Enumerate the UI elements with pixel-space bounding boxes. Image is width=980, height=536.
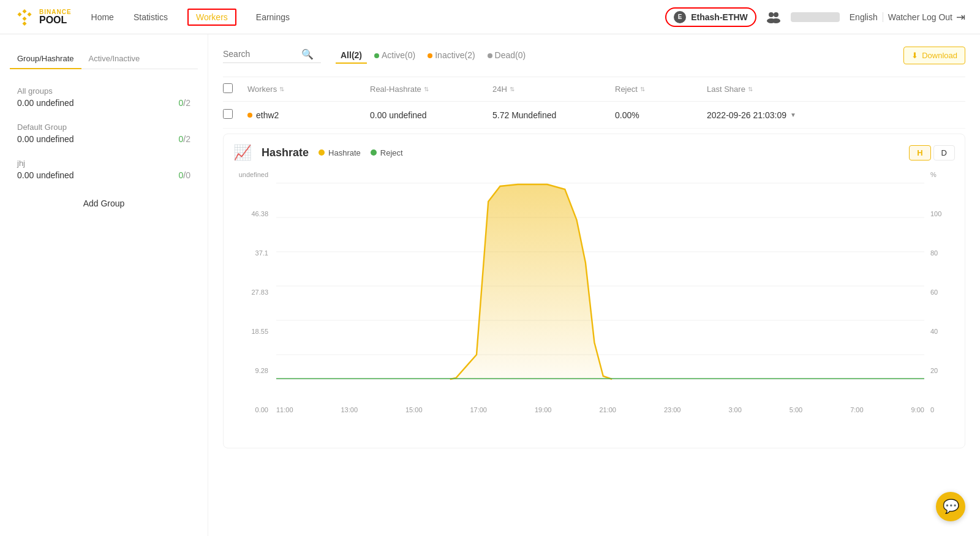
y-right-20: 20 xyxy=(930,367,955,374)
legend-hashrate-label: Hashrate xyxy=(328,148,361,157)
legend-hashrate: Hashrate xyxy=(318,148,361,157)
active-dot xyxy=(374,53,379,58)
filter-tab-all[interactable]: All(2) xyxy=(336,48,367,64)
sidebar-group-all-hashrate: 0.00 undefined xyxy=(17,98,74,108)
nav-earnings[interactable]: Earnings xyxy=(256,12,290,22)
main-nav: Home Statistics Workers Earnings xyxy=(91,9,290,26)
nav-home[interactable]: Home xyxy=(91,12,114,22)
worker-status-dot xyxy=(247,113,252,118)
sidebar-tab-active-inactive[interactable]: Active/Inactive xyxy=(81,49,148,69)
sidebar-group-all[interactable]: All groups 0.00 undefined 0/2 xyxy=(10,79,198,115)
download-button[interactable]: ⬇ Download xyxy=(903,47,965,64)
reject-cell: 0.00% xyxy=(615,110,707,120)
download-icon: ⬇ xyxy=(911,51,918,60)
x-label-21: 21:00 xyxy=(599,406,616,413)
x-label-13: 13:00 xyxy=(341,406,358,413)
last-share-chevron-icon[interactable]: ▼ xyxy=(790,111,796,118)
hashrate-area xyxy=(276,184,924,379)
workers-sort-icon[interactable]: ⇅ xyxy=(279,86,284,92)
username-display xyxy=(791,12,840,22)
chart-btn-D[interactable]: D xyxy=(933,145,955,160)
real-hashrate-sort-icon[interactable]: ⇅ xyxy=(424,86,429,92)
search-icon: 🔍 xyxy=(301,48,314,60)
chart-btn-H[interactable]: H xyxy=(909,145,930,160)
watcher-logout-btn[interactable]: Watcher Log Out ⇥ xyxy=(888,10,965,24)
main-layout: Group/Hashrate Active/Inactive All group… xyxy=(0,34,980,536)
col-last-share: Last Share ⇅ xyxy=(707,85,829,94)
y-label-37: 37.1 xyxy=(233,249,268,257)
search-input[interactable] xyxy=(223,49,296,59)
add-group-button[interactable]: Add Group xyxy=(10,192,198,214)
last-share-sort-icon[interactable]: ⇅ xyxy=(748,86,753,92)
legend-reject-dot xyxy=(371,149,377,156)
filter-tabs: All(2) Active(0) Inactive(2) Dead(0) xyxy=(336,48,530,64)
y-label-unit: undefined xyxy=(233,171,268,178)
sidebar-group-default-workers: 0/2 xyxy=(179,134,190,144)
reject-sort-icon[interactable]: ⇅ xyxy=(640,86,645,92)
24h-sort-icon[interactable]: ⇅ xyxy=(510,86,514,92)
chart-header: 📈 Hashrate Hashrate Reject H D xyxy=(233,144,955,161)
sidebar-group-default-hashrate: 0.00 undefined xyxy=(17,134,74,144)
coin-icon: E xyxy=(674,11,686,23)
user-icon[interactable] xyxy=(766,11,781,23)
nav-statistics[interactable]: Statistics xyxy=(134,12,168,22)
x-label-19: 19:00 xyxy=(535,406,552,413)
legend-reject: Reject xyxy=(371,148,403,157)
table-row: ethw2 0.00 undefined 5.72 Mundefined 0.0… xyxy=(223,102,965,129)
svg-point-6 xyxy=(774,12,778,17)
chart-wrapper: undefined 46.38 37.1 27.83 18.55 9.28 0.… xyxy=(233,171,955,438)
table-header: Workers ⇅ Real-Hashrate ⇅ 24H ⇅ Reject ⇅… xyxy=(223,77,965,102)
row-checkbox-cell xyxy=(223,109,247,121)
x-label-7: 7:00 xyxy=(850,406,863,413)
legend-reject-label: Reject xyxy=(380,148,403,157)
filter-tab-active[interactable]: Active(0) xyxy=(369,48,420,64)
col-last-share-label: Last Share xyxy=(707,85,745,94)
filter-tab-inactive[interactable]: Inactive(2) xyxy=(423,48,480,64)
col-checkbox xyxy=(223,83,247,95)
sidebar-tabs: Group/Hashrate Active/Inactive xyxy=(10,49,198,69)
x-label-5: 5:00 xyxy=(790,406,802,413)
chart-icon: 📈 xyxy=(233,144,252,161)
chat-button[interactable]: 💬 xyxy=(936,492,965,521)
svg-marker-1 xyxy=(18,12,22,17)
sidebar-group-jhj[interactable]: jhj 0.00 undefined 0/0 xyxy=(10,151,198,187)
workers-table: Workers ⇅ Real-Hashrate ⇅ 24H ⇅ Reject ⇅… xyxy=(223,77,965,129)
filter-tab-dead[interactable]: Dead(0) xyxy=(483,48,531,64)
logo-text: BINANCE POOL xyxy=(39,9,72,25)
logo-pool: POOL xyxy=(39,15,72,25)
sidebar-group-all-workers: 0/2 xyxy=(179,98,190,108)
select-all-checkbox[interactable] xyxy=(223,83,233,93)
language-section: English Watcher Log Out ⇥ xyxy=(850,10,965,24)
x-label-17: 17:00 xyxy=(470,406,487,413)
main-content: 🔍 All(2) Active(0) Inactive(2) Dead(0) ⬇… xyxy=(208,34,980,536)
x-label-23: 23:00 xyxy=(664,406,681,413)
nav-workers[interactable]: Workers xyxy=(187,9,236,26)
chart-svg xyxy=(276,171,924,404)
y-axis-left: undefined 46.38 37.1 27.83 18.55 9.28 0.… xyxy=(233,171,273,413)
y-label-27: 27.83 xyxy=(233,289,268,296)
y-label-9: 9.28 xyxy=(233,367,268,374)
header-right: E Ethash-ETHW English Watcher Log Out ⇥ xyxy=(665,7,965,27)
row-checkbox[interactable] xyxy=(223,109,233,119)
coin-selector[interactable]: E Ethash-ETHW xyxy=(665,7,756,27)
col-workers: Workers ⇅ xyxy=(247,85,370,94)
svg-marker-2 xyxy=(28,12,32,17)
search-box: 🔍 xyxy=(223,48,321,63)
sidebar-tab-group-hashrate[interactable]: Group/Hashrate xyxy=(10,49,81,69)
logout-icon: ⇥ xyxy=(956,10,965,24)
col-reject: Reject ⇅ xyxy=(615,85,707,94)
chat-icon: 💬 xyxy=(943,499,959,515)
legend-hashrate-dot xyxy=(318,149,325,156)
y-label-0: 0.00 xyxy=(233,406,268,413)
language-label[interactable]: English xyxy=(850,12,878,22)
y-right-80: 80 xyxy=(930,249,955,257)
coin-label: Ethash-ETHW xyxy=(691,12,748,22)
x-label-9: 9:00 xyxy=(911,406,924,413)
y-right-40: 40 xyxy=(930,328,955,335)
filter-bar: 🔍 All(2) Active(0) Inactive(2) Dead(0) ⬇… xyxy=(223,34,965,77)
y-label-18: 18.55 xyxy=(233,328,268,335)
hashrate-chart-section: 📈 Hashrate Hashrate Reject H D xyxy=(223,134,965,448)
x-label-15: 15:00 xyxy=(405,406,423,413)
sidebar-group-default[interactable]: Default Group 0.00 undefined 0/2 xyxy=(10,115,198,151)
worker-name-cell: ethw2 xyxy=(247,110,370,120)
